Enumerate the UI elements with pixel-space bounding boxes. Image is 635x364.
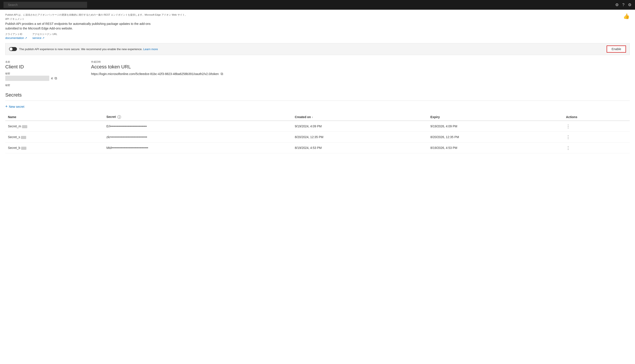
service-link[interactable]: service ↗ xyxy=(32,36,57,40)
toggle-switch[interactable] xyxy=(9,47,17,51)
access-token-url: https://login.microsoftonline.com/5c9eed… xyxy=(91,72,219,76)
row3-name-text: Secret_b xyxy=(8,146,20,150)
ext-link-icon2: ↗ xyxy=(42,36,44,40)
created-label: 作成日時 xyxy=(91,60,630,64)
copy-url-icon[interactable]: ⧉ xyxy=(220,72,223,76)
access-token-column: 作成日時 Access token URL https://login.micr… xyxy=(91,60,630,87)
secret-col-label: 秘密 xyxy=(5,72,82,75)
row1-actions[interactable]: ⋮ xyxy=(563,121,630,132)
documentation-link[interactable]: documentation ↗ xyxy=(5,36,27,40)
secrets-divider xyxy=(5,100,630,101)
link2-label: アクセストークン URL xyxy=(32,32,57,36)
client-id-suffix: 4 xyxy=(51,76,53,80)
row1-name: Secret_m xyxy=(5,121,104,132)
big-description-en: Publish API provides a set of REST endpo… xyxy=(5,22,159,31)
header-row: Name Secret i Created on ↓ Expiry Action… xyxy=(5,113,630,121)
notif-main-text: The publish API experience is now more s… xyxy=(19,48,142,51)
top-bar: ⚙ ? ⚙ xyxy=(0,0,635,10)
row1-name-text: Secret_m xyxy=(8,124,21,128)
table-row: Secret_m Erl••••••••••••••••••••••••••••… xyxy=(5,121,630,132)
notif-text: The publish API experience is now more s… xyxy=(19,48,158,51)
client-id-row: 4 ⧉ xyxy=(5,76,82,81)
col-name: Name xyxy=(5,113,104,121)
row2-created-on: 8/20/2024, 12:35 PM xyxy=(292,132,428,142)
credentials-columns: 名前 Client ID 秘密 4 ⧉ 秘密 作成日時 Access token… xyxy=(5,60,630,87)
secrets-table-body: Secret_m Erl••••••••••••••••••••••••••••… xyxy=(5,121,630,153)
help-icon[interactable]: ? xyxy=(622,3,624,7)
col-actions: Actions xyxy=(563,113,630,121)
ext-link-icon: ↗ xyxy=(25,36,27,40)
documentation-link-text: documentation xyxy=(5,36,24,40)
secrets-table: Name Secret i Created on ↓ Expiry Action… xyxy=(5,113,630,153)
top-icons: ⚙ ? ⚙ xyxy=(615,2,632,7)
small-description-ja: Publish API は、に送信されたアドオンパッケージの更新を自動的に発行す… xyxy=(5,13,630,16)
secrets-table-header: Name Secret i Created on ↓ Expiry Action… xyxy=(5,113,630,121)
col-secret-text: Secret xyxy=(106,115,116,118)
col-expiry: Expiry xyxy=(428,113,564,121)
service-link-text: service xyxy=(32,36,41,40)
main-content: Publish API は、に送信されたアドオンパッケージの更新を自動的に発行す… xyxy=(0,10,635,157)
new-secret-label: New secret xyxy=(9,105,24,108)
links-row: クライアントID documentation ↗ アクセストークン URL se… xyxy=(5,32,630,40)
row3-name-badge xyxy=(21,147,26,150)
name-label: 名前 xyxy=(5,60,82,64)
enable-button[interactable]: Enable xyxy=(607,46,626,52)
row1-name-badge xyxy=(22,125,27,128)
row2-name-badge xyxy=(21,136,26,139)
row3-expiry: 8/19/2026, 4:53 PM xyxy=(428,142,564,153)
secrets-section: Secrets + New secret Name Secret i Creat… xyxy=(5,92,630,153)
access-token-title: Access token URL xyxy=(91,64,630,70)
learn-more-link[interactable]: Learn more xyxy=(143,48,158,51)
row1-secret: Erl•••••••••••••••••••••••••••••••••• xyxy=(104,121,292,132)
col-secret: Secret i xyxy=(104,113,292,121)
row2-name: Secret_s xyxy=(5,132,104,142)
row2-more-icon[interactable]: ⋮ xyxy=(566,134,570,140)
search-input[interactable] xyxy=(4,2,87,8)
row3-created-on: 8/19/2024, 4:53 PM xyxy=(292,142,428,153)
link1-area: クライアントID documentation ↗ xyxy=(5,32,27,40)
table-row: Secret_b Mtd••••••••••••••••••••••••••••… xyxy=(5,142,630,153)
gear-icon[interactable]: ⚙ xyxy=(628,2,632,7)
secret-info-icon[interactable]: i xyxy=(118,115,121,119)
client-id-title: Client ID xyxy=(5,64,82,70)
link1-label: クライアントID xyxy=(5,32,27,36)
row1-created-on: 9/19/2024, 4:09 PM xyxy=(292,121,428,132)
row2-actions[interactable]: ⋮ xyxy=(563,132,630,142)
row2-secret: zkr•••••••••••••••••••••••••••••••••• xyxy=(104,132,292,142)
api-doc-label: API ドキュメント xyxy=(5,18,630,21)
row3-secret: Mtd•••••••••••••••••••••••••••••••••• xyxy=(104,142,292,153)
like-icon[interactable]: 👍 xyxy=(623,13,630,19)
row3-name: Secret_b xyxy=(5,142,104,153)
link2-area: アクセストークン URL service ↗ xyxy=(32,32,57,40)
sort-arrow-icon: ↓ xyxy=(312,116,313,118)
row1-more-icon[interactable]: ⋮ xyxy=(566,124,570,129)
row2-expiry: 8/20/2026, 12:35 PM xyxy=(428,132,564,142)
client-id-masked xyxy=(5,76,49,81)
settings-icon[interactable]: ⚙ xyxy=(615,2,619,7)
plus-icon: + xyxy=(5,104,8,109)
notif-left: The publish API experience is now more s… xyxy=(9,47,158,51)
table-row: Secret_s zkr••••••••••••••••••••••••••••… xyxy=(5,132,630,142)
secrets-title: Secrets xyxy=(5,92,630,98)
credentials-section: 名前 Client ID 秘密 4 ⧉ 秘密 作成日時 Access token… xyxy=(5,60,630,87)
access-token-row: https://login.microsoftonline.com/5c9eed… xyxy=(91,72,630,76)
row1-expiry: 9/19/2026, 4:09 PM xyxy=(428,121,564,132)
copy-client-id-icon[interactable]: ⧉ xyxy=(54,76,57,80)
row3-actions[interactable]: ⋮ xyxy=(563,142,630,153)
search-area[interactable] xyxy=(4,2,87,8)
client-id-column: 名前 Client ID 秘密 4 ⧉ 秘密 xyxy=(5,60,82,87)
row3-more-icon[interactable]: ⋮ xyxy=(566,146,570,150)
notification-bar: The publish API experience is now more s… xyxy=(5,43,630,55)
row2-name-text: Secret_s xyxy=(8,135,20,139)
col-created-on[interactable]: Created on ↓ xyxy=(292,113,428,121)
new-secret-button[interactable]: + New secret xyxy=(5,104,24,109)
secret-sub-label: 秘密 xyxy=(5,84,82,87)
col-created-on-text: Created on xyxy=(295,115,311,119)
